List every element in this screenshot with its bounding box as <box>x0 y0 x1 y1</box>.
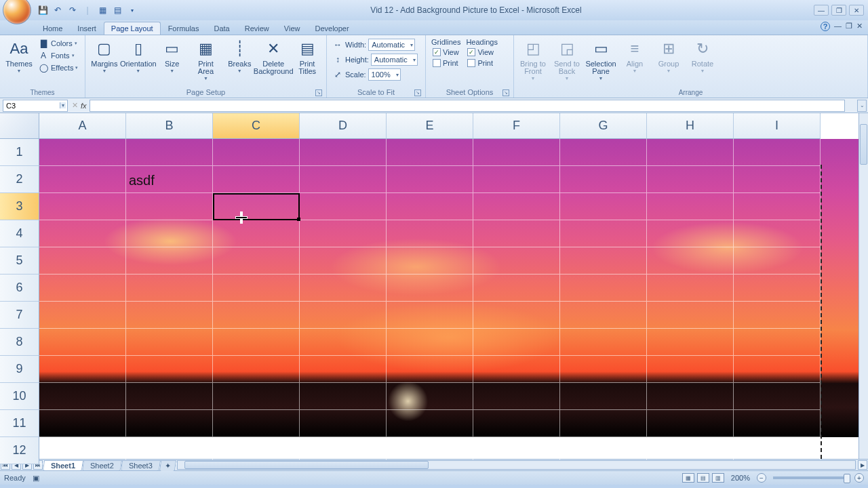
horizontal-scrollbar[interactable] <box>177 460 856 470</box>
cell-H1[interactable] <box>647 139 734 166</box>
cell-G9[interactable] <box>560 356 647 383</box>
background-button[interactable]: ✕DeleteBackground <box>257 37 290 77</box>
cell-C2[interactable] <box>213 166 300 193</box>
macro-record-icon[interactable]: ▣ <box>33 474 39 483</box>
sheet-launcher[interactable]: ↘ <box>502 89 509 96</box>
cell-D3[interactable] <box>300 193 387 220</box>
print-area-button[interactable]: ▦PrintArea▼ <box>190 37 222 82</box>
titles-button[interactable]: ▤PrintTitles <box>291 37 323 77</box>
cell-C6[interactable] <box>213 274 300 302</box>
cell-C11[interactable] <box>213 410 300 437</box>
row-header-8[interactable]: 8 <box>0 329 39 356</box>
cell-B7[interactable] <box>126 302 213 329</box>
cell-G10[interactable] <box>560 383 647 410</box>
cell-F9[interactable] <box>473 356 560 383</box>
row-header-5[interactable]: 5 <box>0 247 39 274</box>
cell-B11[interactable] <box>126 410 213 437</box>
cell-B1[interactable] <box>126 139 213 166</box>
cell-E2[interactable] <box>387 166 473 193</box>
cell-C7[interactable] <box>213 302 300 329</box>
column-header-A[interactable]: A <box>39 113 126 139</box>
tab-home[interactable]: Home <box>35 22 70 35</box>
tab-review[interactable]: Review <box>237 22 277 35</box>
cell-E10[interactable] <box>387 383 473 410</box>
cell-F11[interactable] <box>473 410 560 437</box>
vertical-scroll-thumb[interactable] <box>860 124 867 165</box>
cell-A6[interactable] <box>39 274 126 302</box>
row-header-1[interactable]: 1 <box>0 139 39 166</box>
cell-F3[interactable] <box>473 193 560 220</box>
zoom-slider[interactable] <box>773 476 848 479</box>
cell-F10[interactable] <box>473 383 560 410</box>
fonts-button[interactable]: AFonts ▾ <box>37 50 79 61</box>
cell-I1[interactable] <box>734 139 821 166</box>
cancel-icon[interactable]: ✕ <box>72 101 78 110</box>
cell-I6[interactable] <box>734 274 821 302</box>
formula-input[interactable] <box>90 100 845 112</box>
cell-A9[interactable] <box>39 356 126 383</box>
cell-B8[interactable] <box>126 329 213 356</box>
cell-H2[interactable] <box>647 166 734 193</box>
redo-icon[interactable]: ↷ <box>66 4 79 16</box>
cell-C5[interactable] <box>213 247 300 274</box>
cell-D10[interactable] <box>300 383 387 410</box>
cell-D11[interactable] <box>300 410 387 437</box>
sheet-tab-sheet1[interactable]: Sheet1 <box>43 460 83 470</box>
cell-I11[interactable] <box>734 410 821 437</box>
row-header-2[interactable]: 2 <box>0 166 39 193</box>
page-layout-view-button[interactable]: ▤ <box>697 473 709 483</box>
cell-E1[interactable] <box>387 139 473 166</box>
formula-expand-button[interactable]: ⌄ <box>857 100 867 112</box>
cell-D5[interactable] <box>300 247 387 274</box>
cell-B5[interactable] <box>126 247 213 274</box>
cell-G11[interactable] <box>560 410 647 437</box>
cell-F5[interactable] <box>473 247 560 274</box>
close-button[interactable]: ✕ <box>849 5 864 16</box>
cell-H4[interactable] <box>647 220 734 247</box>
row-header-6[interactable]: 6 <box>0 274 39 302</box>
qat-custom1-icon[interactable]: ▦ <box>96 4 108 16</box>
headings-print-check[interactable]: Print <box>466 58 497 68</box>
cell-G2[interactable] <box>560 166 647 193</box>
row-header-4[interactable]: 4 <box>0 220 39 247</box>
cell-H6[interactable] <box>647 274 734 302</box>
horizontal-scroll-thumb[interactable] <box>184 461 429 469</box>
margins-button[interactable]: ▢Margins▼ <box>88 37 121 75</box>
cell-D2[interactable] <box>300 166 387 193</box>
cell-E7[interactable] <box>387 302 473 329</box>
column-header-B[interactable]: B <box>126 113 213 139</box>
cell-A8[interactable] <box>39 329 126 356</box>
cell-E8[interactable] <box>387 329 473 356</box>
cell-D4[interactable] <box>300 220 387 247</box>
cell-E4[interactable] <box>387 220 473 247</box>
cell-H3[interactable] <box>647 193 734 220</box>
cell-I3[interactable] <box>734 193 821 220</box>
cell-B6[interactable] <box>126 274 213 302</box>
cell-F1[interactable] <box>473 139 560 166</box>
themes-button[interactable]: Aa Themes ▼ <box>3 37 35 75</box>
tab-view[interactable]: View <box>277 22 308 35</box>
maximize-button[interactable]: ❐ <box>831 5 846 16</box>
cell-H5[interactable] <box>647 247 734 274</box>
cell-B3[interactable] <box>126 193 213 220</box>
cell-D9[interactable] <box>300 356 387 383</box>
headings-view-check[interactable]: ✓View <box>466 47 497 57</box>
zoom-out-button[interactable]: − <box>757 473 766 483</box>
cell-G4[interactable] <box>560 220 647 247</box>
cell-E6[interactable] <box>387 274 473 302</box>
cell-C10[interactable] <box>213 383 300 410</box>
cell-G6[interactable] <box>560 274 647 302</box>
cell-I7[interactable] <box>734 302 821 329</box>
undo-icon[interactable]: ↶ <box>52 4 64 16</box>
cell-H11[interactable] <box>647 410 734 437</box>
cell-G5[interactable] <box>560 247 647 274</box>
gridlines-view-check[interactable]: ✓View <box>431 47 460 57</box>
row-header-12[interactable]: 12 <box>0 437 39 464</box>
zoom-level[interactable]: 200% <box>731 474 750 482</box>
height-combo[interactable]: Automatic <box>371 54 418 66</box>
cell-G3[interactable] <box>560 193 647 220</box>
vertical-scrollbar[interactable] <box>859 113 868 459</box>
column-header-E[interactable]: E <box>387 113 473 139</box>
cell-B2[interactable]: asdf <box>126 166 213 193</box>
scale-launcher[interactable]: ↘ <box>414 89 421 96</box>
